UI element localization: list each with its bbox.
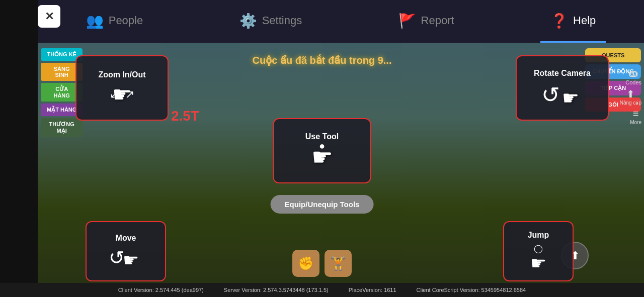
zoom-control-box: Zoom In/Out ↙ ☛ ↗ — [75, 55, 169, 121]
jump-visual: ◯ ☛ — [530, 244, 546, 272]
rotate-hand-icon: ☛ — [562, 87, 579, 109]
place-version: PlaceVersion: 1611 — [349, 287, 396, 293]
move-hand-icon: ☛ — [123, 250, 139, 270]
move-label: Move — [116, 234, 136, 243]
rotate-control-box: Rotate Camera ↺ ☛ — [516, 55, 609, 121]
people-icon: 👥 — [86, 13, 104, 29]
codes-button[interactable]: 🎟 Codes — [625, 68, 641, 85]
tab-people[interactable]: 👥 People — [76, 0, 153, 43]
zoom-visual: ↙ ☛ ↗ — [112, 83, 132, 106]
move-visual: ↺ ☛ — [109, 247, 143, 269]
use-tool-control-box: Use Tool ● ☛ — [273, 118, 371, 183]
report-icon: 🚩 — [398, 13, 416, 29]
tab-settings[interactable]: ⚙️ Settings — [229, 0, 312, 43]
settings-icon: ⚙️ — [239, 13, 257, 29]
top-nav: 👥 People ⚙️ Settings 🚩 Report ❓ Help — [38, 0, 644, 43]
zoom-label: Zoom In/Out — [98, 70, 145, 79]
client-version: Client Version: 2.574.445 (dea997) — [118, 287, 204, 293]
nang-cap-label: Nâng cấp — [620, 100, 641, 106]
rotate-visual: ↺ ☛ — [541, 82, 583, 108]
jump-control-box: Jump ◯ ☛ — [503, 221, 574, 281]
nang-cap-button[interactable]: ⬆ Nâng cấp — [620, 88, 641, 106]
tab-help-label: Help — [573, 14, 596, 27]
left-strip — [0, 0, 38, 297]
tab-settings-label: Settings — [262, 14, 302, 27]
status-bar: Client Version: 2.574.445 (dea997) Serve… — [0, 283, 644, 297]
more-label: More — [630, 120, 641, 125]
more-button[interactable]: ≡ More — [630, 108, 641, 125]
tab-report-label: Report — [421, 14, 454, 27]
bottom-icons: ✊ 🏋 — [292, 250, 352, 277]
tab-report[interactable]: 🚩 Report — [388, 0, 464, 43]
equip-unequip-button[interactable]: Equip/Unequip Tools — [271, 195, 374, 214]
rotate-icon: ↺ — [541, 82, 560, 107]
help-icon: ❓ — [550, 13, 568, 29]
jump-label: Jump — [528, 231, 549, 240]
number-tag: 2.5T — [171, 108, 199, 124]
close-button[interactable]: ✕ — [38, 5, 60, 28]
core-script-version: Client CoreScript Version: 5345954812.65… — [417, 287, 526, 293]
fist-icon: ✊ — [292, 250, 319, 277]
server-version: Server Version: 2.574.3.5743448 (173.1.5… — [224, 287, 329, 293]
rotate-label: Rotate Camera — [534, 69, 591, 78]
move-control-box: Move ↺ ☛ — [86, 221, 166, 281]
tab-people-label: People — [109, 14, 143, 27]
codes-label: Codes — [625, 79, 641, 85]
use-tool-hand-icon: ☛ — [311, 145, 333, 169]
use-tool-visual: ● ☛ — [311, 145, 333, 169]
tab-help[interactable]: ❓ Help — [540, 0, 606, 43]
thuong-mai-button[interactable]: THƯƠNGMẠI — [41, 118, 83, 137]
jump-hand-icon: ☛ — [530, 254, 546, 272]
game-status-text: Cuộc ẩu đã bắt đầu trong 9... — [253, 54, 392, 66]
dumbbell-icon: 🏋 — [325, 250, 352, 277]
